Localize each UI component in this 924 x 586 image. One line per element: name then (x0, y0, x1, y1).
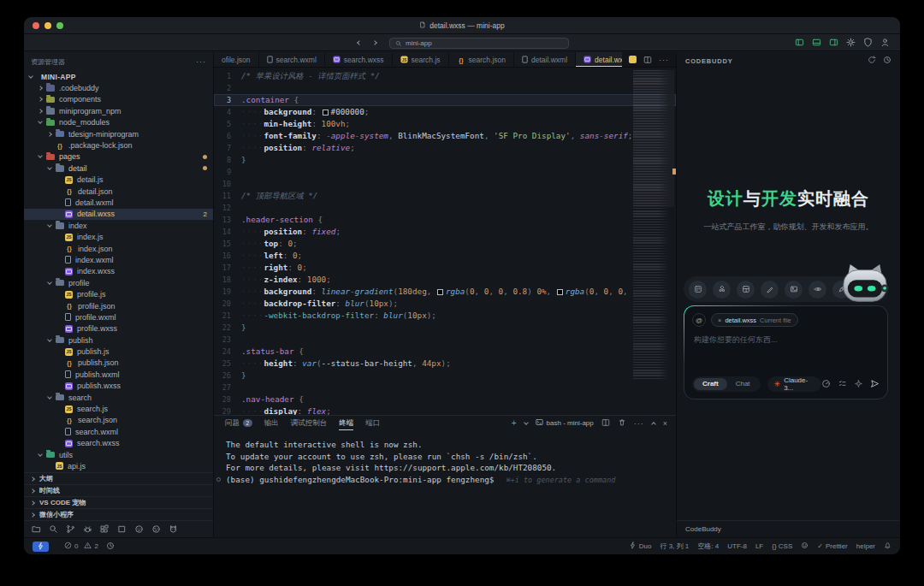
tree-item[interactable]: node_modules (24, 117, 213, 128)
chevron-open-icon[interactable] (38, 154, 43, 159)
tree-item[interactable]: detail (24, 163, 213, 174)
tree-item[interactable]: profile (24, 277, 213, 288)
refresh-icon[interactable] (868, 56, 876, 66)
status-item-bell[interactable] (884, 542, 891, 551)
search-icon[interactable] (49, 522, 58, 537)
problems-status[interactable]: 0 2 (64, 542, 98, 551)
chevron-closed-icon[interactable] (38, 98, 43, 103)
editor-tab[interactable]: search.wxml (259, 52, 325, 67)
tree-item[interactable]: {}.package-lock.json (24, 139, 213, 151)
back-icon[interactable] (357, 40, 362, 45)
image-icon[interactable] (785, 281, 803, 299)
status-item-feedback[interactable] (801, 542, 808, 551)
shield-icon[interactable] (863, 35, 873, 50)
close-window-button[interactable] (33, 22, 39, 29)
code-line[interactable]: 1/* 苹果设计风格 - 详情页面样式 */ (214, 70, 676, 82)
code-line[interactable]: 20····backdrop-filter: blur(10px); (214, 298, 676, 310)
code-line[interactable]: 6····font-family: -apple-system, BlinkMa… (214, 130, 676, 142)
send-icon[interactable] (870, 376, 880, 392)
code-line[interactable]: 23 (214, 334, 676, 346)
panel-tab-active[interactable]: 终端 (339, 416, 353, 430)
chat-placeholder[interactable]: 构建你想要的任何东西... (684, 327, 887, 346)
sidebar-section[interactable]: VS CODE 宠物 (24, 496, 213, 508)
editor-tab[interactable]: detail.wxss2× (576, 52, 622, 67)
tree-item[interactable]: {}search.json (24, 415, 213, 426)
code-line[interactable]: 25····height: var(--status-bar-height, 4… (214, 358, 676, 370)
cat-icon[interactable] (169, 522, 178, 537)
sidebar-section[interactable]: 大纲 (24, 472, 213, 484)
code-line[interactable]: 29····display: flex; (214, 405, 676, 415)
run-icon[interactable] (629, 56, 637, 63)
tree-item[interactable]: {}publish.json (24, 358, 213, 369)
eye-icon[interactable] (808, 281, 826, 299)
minimap-slider[interactable] (633, 70, 674, 207)
kanban-icon[interactable] (689, 281, 707, 299)
panel-tab-item[interactable]: 端口 (365, 416, 380, 430)
code-line[interactable]: 8} (214, 154, 676, 166)
status-item[interactable]: 行 3, 列 1 (660, 542, 690, 551)
chevron-open-icon[interactable] (47, 222, 52, 228)
code-line[interactable]: 27 (214, 382, 676, 394)
code-line[interactable]: 24.status-bar { (214, 346, 676, 358)
search-input[interactable] (406, 39, 563, 47)
tree-item[interactable]: publish.wxss (24, 381, 213, 392)
forward-icon[interactable] (372, 40, 377, 45)
chevron-open-icon[interactable] (47, 337, 52, 342)
panel-more-icon[interactable]: ··· (634, 419, 644, 428)
editor-tab[interactable]: ofile.json (214, 52, 259, 67)
chat-input-card[interactable]: @ × detail.wxss Current file 构建你想要的任何东西.… (684, 305, 888, 400)
tree-item[interactable]: detail.wxss2 (24, 209, 213, 220)
status-item[interactable]: LF (755, 542, 763, 550)
code-line[interactable]: 3.container { (214, 94, 676, 106)
chevron-open-icon[interactable] (47, 394, 52, 400)
tree-item[interactable]: JSprofile.js (24, 288, 213, 299)
tree-item[interactable]: detail.wxml (24, 197, 213, 208)
code-line[interactable]: 18····z-index: 1000; (214, 274, 676, 286)
chip-close-icon[interactable]: × (718, 317, 721, 324)
code-line[interactable]: 26} (214, 370, 676, 382)
tree-item[interactable]: components (24, 94, 213, 105)
tree-item[interactable]: {}detail.json (24, 186, 213, 197)
toggle-secondary-sidebar-icon[interactable] (829, 35, 838, 50)
terminal-session-chip[interactable]: bash - mini-app (536, 418, 594, 428)
tree-item[interactable]: profile.wxss (24, 323, 213, 334)
code-line[interactable]: 14····position: fixed; (214, 226, 676, 238)
mode-craft[interactable]: Craft (694, 378, 727, 390)
branch-icon[interactable] (66, 522, 75, 537)
explorer-more-icon[interactable]: ··· (196, 57, 206, 66)
code-line[interactable]: 2 (214, 82, 676, 94)
tree-item[interactable]: tdesign-miniprogram (24, 128, 213, 139)
code-line[interactable]: 5····min-height: 100vh; (214, 118, 676, 130)
tree-item[interactable]: JSindex.js (24, 231, 213, 242)
pen-icon[interactable] (761, 281, 779, 299)
history-icon[interactable] (883, 56, 891, 66)
panel-close-icon[interactable]: × (663, 419, 667, 428)
status-item-duo[interactable]: Duo (629, 542, 652, 551)
code-line[interactable]: 15····top: 0; (214, 238, 676, 250)
bug-icon[interactable] (83, 522, 92, 537)
tree-item[interactable]: utils (24, 449, 213, 460)
tree-item[interactable]: .codebuddy (24, 82, 213, 93)
tree-item[interactable]: MINI-APP (24, 71, 213, 82)
terminal-dropdown-icon[interactable] (524, 420, 529, 425)
sidebar-section[interactable]: 微信小程序 (24, 508, 213, 520)
timeline-status-icon[interactable] (106, 542, 115, 552)
extensions-icon[interactable] (100, 522, 110, 537)
account-icon[interactable] (880, 35, 890, 50)
spark-icon[interactable] (854, 376, 863, 392)
tree-item[interactable]: pages (24, 151, 213, 163)
tree-item[interactable]: search (24, 392, 213, 403)
tree-item[interactable]: publish.wxml (24, 369, 213, 380)
tree-item[interactable]: search.wxss (24, 438, 213, 449)
code-line[interactable]: 12 (214, 202, 676, 214)
tree-item[interactable]: profile.wxml (24, 311, 213, 323)
code-line[interactable]: 4····background: #000000; (214, 106, 676, 118)
toggle-sidebar-icon[interactable] (795, 35, 804, 50)
square-icon[interactable] (117, 522, 127, 537)
remote-indicator[interactable] (33, 542, 49, 552)
settings-gear-icon[interactable] (846, 35, 856, 50)
panel-tab-item[interactable]: 问题2 (225, 416, 252, 430)
usage-icon[interactable] (821, 376, 831, 392)
tree-item[interactable]: {}index.json (24, 243, 213, 254)
model-selector[interactable]: ✳ Claude-3... (767, 376, 821, 392)
